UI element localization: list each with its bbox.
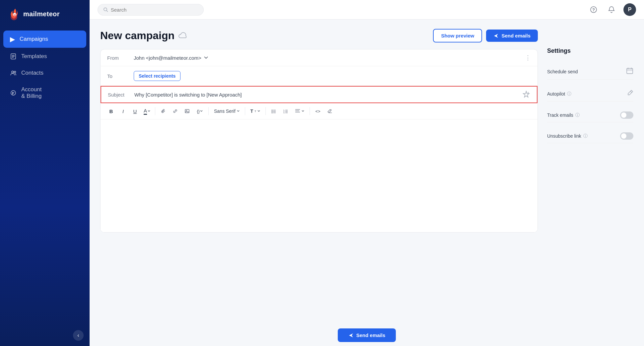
schedule-label: Schedule send	[547, 69, 578, 74]
email-body[interactable]	[101, 119, 537, 232]
subject-label: Subject	[108, 92, 129, 98]
sidebar-item-label-campaigns: Campaigns	[20, 36, 48, 42]
autopilot-label: Autopilot ⓘ	[547, 91, 571, 97]
svg-point-8	[14, 71, 16, 73]
sidebar-item-templates[interactable]: Templates	[3, 48, 86, 64]
sidebar-item-contacts[interactable]: Contacts	[3, 65, 86, 81]
font-family-button[interactable]: Sans Serif	[211, 107, 242, 115]
email-composer: From John <john@mailmeteor.com> ⋮ To Sel…	[100, 49, 538, 233]
sidebar-item-label-contacts: Contacts	[21, 70, 43, 76]
subject-input[interactable]	[134, 92, 517, 98]
number-list-button[interactable]: 1.2.3.	[280, 106, 291, 116]
app-name: mailmeteor	[23, 10, 60, 18]
sidebar-item-label-templates: Templates	[21, 53, 47, 60]
underline-button[interactable]: U	[130, 106, 140, 116]
to-row: To Select recipients	[101, 66, 537, 86]
unsubscribe-info: ⓘ	[583, 133, 588, 139]
svg-point-19	[272, 112, 273, 113]
from-value: John <john@mailmeteor.com>	[134, 55, 201, 61]
send-emails-button[interactable]: Send emails	[486, 30, 538, 42]
schedule-icon[interactable]	[626, 67, 633, 76]
unsubscribe-toggle[interactable]	[620, 132, 633, 140]
sidebar-nav: ▶ Campaigns Templates	[0, 30, 90, 105]
notification-button[interactable]	[606, 4, 617, 16]
svg-point-9	[11, 91, 16, 95]
bell-icon	[608, 6, 615, 13]
avatar[interactable]: P	[623, 3, 636, 16]
templates-icon	[10, 53, 17, 60]
from-value-container: John <john@mailmeteor.com>	[134, 55, 520, 61]
search-icon	[103, 7, 108, 12]
page-title: New campaign	[100, 30, 175, 42]
svg-text:?: ?	[592, 7, 595, 12]
editor-header: New campaign Show preview Send emails	[100, 29, 538, 42]
clear-format-button[interactable]	[324, 106, 335, 116]
billing-icon	[10, 90, 17, 96]
bold-button[interactable]: B	[106, 106, 116, 116]
svg-rect-34	[627, 68, 633, 74]
cloud-icon	[179, 31, 188, 40]
svg-point-10	[104, 8, 107, 11]
topbar-right: ? P	[588, 3, 636, 16]
sidebar-item-label-billing: Account& Billing	[21, 86, 41, 100]
topbar: ? P	[90, 0, 644, 20]
send-icon	[493, 33, 499, 38]
svg-line-11	[107, 11, 108, 12]
page-title-row: New campaign	[100, 30, 188, 42]
autopilot-icon[interactable]	[627, 90, 633, 98]
toolbar-sep-1	[155, 107, 155, 115]
svg-text:M: M	[14, 14, 16, 17]
content: New campaign Show preview Send emails	[90, 20, 644, 324]
svg-point-18	[272, 111, 273, 112]
sidebar-item-billing[interactable]: Account& Billing	[3, 82, 86, 104]
search-box[interactable]	[98, 4, 204, 16]
contacts-icon	[10, 70, 17, 76]
show-preview-button[interactable]: Show preview	[433, 29, 482, 42]
settings-panel: Settings Schedule send Autopilot ⓘ	[547, 29, 633, 315]
setting-row-schedule: Schedule send	[547, 64, 633, 80]
bottom-send-button[interactable]: Send emails	[338, 328, 396, 342]
toolbar-sep-4	[265, 107, 266, 115]
attach-button[interactable]	[158, 106, 169, 116]
more-options-icon[interactable]: ⋮	[525, 54, 531, 61]
text-color-button[interactable]: A	[142, 106, 152, 116]
svg-point-17	[272, 110, 273, 111]
help-icon: ?	[590, 6, 597, 13]
sidebar-logo: M mailmeteor	[0, 0, 90, 30]
svg-point-14	[528, 92, 529, 93]
svg-rect-15	[185, 109, 189, 113]
help-button[interactable]: ?	[588, 4, 600, 16]
main-area: ? P New campaign	[90, 0, 644, 346]
bottom-send-icon	[348, 333, 354, 338]
italic-button[interactable]: I	[118, 106, 128, 116]
to-value-container: Select recipients	[134, 71, 531, 81]
variable-button[interactable]: {}	[194, 106, 206, 116]
header-actions: Show preview Send emails	[433, 29, 538, 42]
from-row: From John <john@mailmeteor.com> ⋮	[101, 49, 537, 66]
campaigns-icon: ▶	[10, 35, 15, 43]
collapse-icon: ‹	[77, 332, 79, 338]
formatting-toolbar: B I U A	[101, 103, 537, 119]
sidebar: M mailmeteor ▶ Campaigns Templates	[0, 0, 90, 346]
svg-line-38	[630, 91, 632, 93]
setting-row-autopilot: Autopilot ⓘ	[547, 86, 633, 102]
link-button[interactable]	[170, 106, 180, 116]
bullet-list-button[interactable]	[268, 106, 279, 116]
editor-area: New campaign Show preview Send emails	[100, 29, 538, 315]
select-recipients-button[interactable]: Select recipients	[134, 71, 180, 81]
setting-row-unsubscribe: Unsubscribe link ⓘ	[547, 129, 633, 143]
from-label: From	[107, 55, 128, 61]
collapse-button[interactable]: ‹	[73, 330, 84, 341]
sidebar-item-campaigns[interactable]: ▶ Campaigns	[3, 31, 86, 48]
track-label: Track emails ⓘ	[547, 112, 580, 118]
ai-button[interactable]	[522, 91, 530, 99]
svg-text:3.: 3.	[283, 112, 285, 114]
font-size-button[interactable]: TT	[248, 107, 263, 115]
track-toggle[interactable]	[620, 111, 633, 119]
to-label: To	[107, 73, 128, 79]
code-button[interactable]: <>	[313, 106, 323, 116]
search-input[interactable]	[111, 7, 198, 13]
align-button[interactable]	[292, 107, 307, 115]
logo-icon: M	[8, 7, 20, 21]
image-button[interactable]	[182, 106, 192, 116]
